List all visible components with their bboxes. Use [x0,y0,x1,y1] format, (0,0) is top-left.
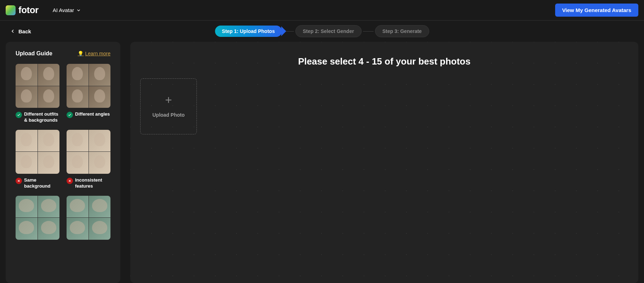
main-content: Upload Guide 💡 Learn more Different [0,42,644,283]
step-1-upload-photos[interactable]: Step 1: Upload Photos [215,26,282,37]
step-2-select-gender[interactable]: Step 2: Select Gender [295,25,361,37]
guide-text: Same background [24,177,59,189]
step-3-generate[interactable]: Step 3: Generate [375,25,429,37]
step-connector [363,31,374,32]
guide-item-inconsistent: Inconsistent features [67,130,110,189]
guide-thumb [89,130,111,152]
learn-more-link[interactable]: 💡 Learn more [78,51,110,56]
back-label: Back [18,28,31,34]
logo-icon [6,5,16,15]
logo[interactable]: fotor [6,5,39,16]
header-left: fotor AI Avatar [6,5,81,16]
guide-grid: Different outfits & backgrounds Differen… [16,64,110,243]
guide-label: Same background [16,177,59,189]
guide-thumb [67,196,89,218]
guide-thumb [16,196,38,218]
nav-label: AI Avatar [53,7,74,13]
guide-text: Inconsistent features [75,177,110,189]
content-area: Please select 4 - 15 of your best photos… [130,42,638,283]
app-header: fotor AI Avatar View My Generated Avatar… [0,0,644,21]
chevron-left-icon [10,28,16,34]
guide-thumb [89,196,111,218]
guide-thumb [16,130,38,152]
guide-item-extra-1 [16,196,59,243]
guide-text: Different angles [75,111,110,117]
learn-more-label: Learn more [85,51,110,56]
bulb-icon: 💡 [78,51,84,56]
guide-item-extra-2 [67,196,110,243]
guide-thumb [38,152,60,174]
guide-image [16,64,59,108]
guide-image [67,196,110,240]
guide-image [67,64,110,108]
guide-thumb [16,86,38,108]
chevron-down-icon [76,8,81,13]
sidebar-header: Upload Guide 💡 Learn more [16,50,110,57]
guide-thumb [89,86,111,108]
guide-label: Inconsistent features [67,177,110,189]
stepper: Step 1: Upload Photos Step 2: Select Gen… [215,25,429,37]
cross-icon [67,178,73,184]
guide-thumb [38,64,60,86]
page-title: Please select 4 - 15 of your best photos [140,56,628,67]
guide-thumb [16,152,38,174]
guide-item-angles: Different angles [67,64,110,123]
nav-ai-avatar[interactable]: AI Avatar [53,7,81,13]
guide-thumb [89,152,111,174]
guide-image [16,130,59,174]
plus-icon [164,95,173,105]
logo-text: fotor [18,5,39,16]
sidebar-title: Upload Guide [16,50,52,57]
guide-thumb [38,86,60,108]
subheader: Back Step 1: Upload Photos Step 2: Selec… [0,21,644,42]
upload-label: Upload Photo [153,112,185,118]
upload-guide-sidebar: Upload Guide 💡 Learn more Different [6,42,120,283]
guide-thumb [89,64,111,86]
guide-thumb [16,64,38,86]
guide-label: Different angles [67,111,110,118]
guide-image [67,130,110,174]
view-avatars-button[interactable]: View My Generated Avatars [555,4,638,17]
guide-thumb [67,86,89,108]
guide-thumb [89,218,111,240]
check-icon [16,112,22,118]
guide-thumb [38,196,60,218]
guide-item-outfits: Different outfits & backgrounds [16,64,59,123]
cross-icon [16,178,22,184]
upload-photo-box[interactable]: Upload Photo [140,78,197,134]
guide-thumb [38,218,60,240]
guide-item-same-bg: Same background [16,130,59,189]
guide-thumb [38,130,60,152]
guide-thumb [67,152,89,174]
guide-image [16,196,59,240]
check-icon [67,112,73,118]
back-button[interactable]: Back [10,28,31,34]
guide-thumb [16,218,38,240]
guide-thumb [67,218,89,240]
guide-label: Different outfits & backgrounds [16,111,59,123]
guide-thumb [67,130,89,152]
guide-text: Different outfits & backgrounds [24,111,59,123]
guide-thumb [67,64,89,86]
